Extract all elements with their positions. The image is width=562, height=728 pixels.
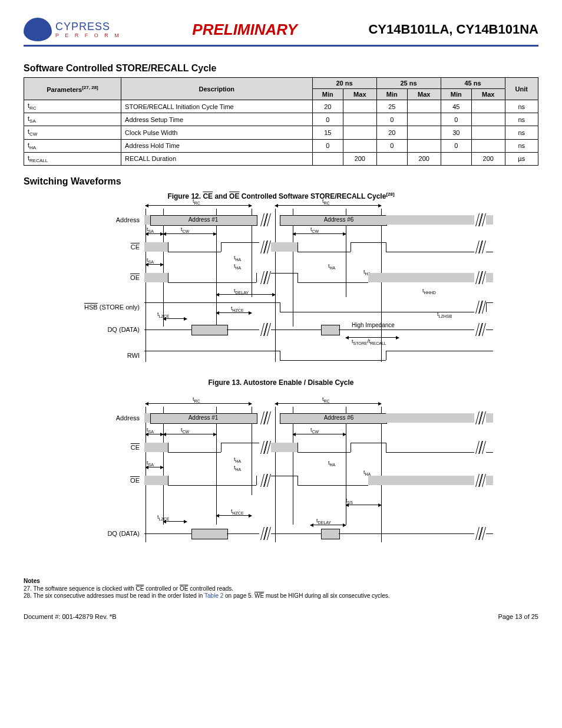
logo-name: CYPRESS	[55, 21, 121, 32]
sig-oe: OE	[69, 477, 144, 484]
label-trc: tRC	[322, 198, 330, 205]
th-description: Description	[121, 78, 313, 100]
notes: Notes 27. The software sequence is clock…	[24, 578, 538, 599]
label-trc: tRC	[322, 396, 330, 403]
page-header: CYPRESS P E R F O R M PRELIMINARY CY14B1…	[24, 18, 538, 47]
doc-number: Document #: 001-42879 Rev. *B	[24, 613, 117, 620]
sig-oe: OE	[69, 274, 144, 281]
th-20ns: 20 ns	[312, 78, 376, 89]
figure13: tRC tRC Address Address #1 Address #6 tS…	[69, 401, 493, 554]
th-max: Max	[408, 89, 441, 100]
label-tcw: tCW	[181, 226, 189, 233]
parameters-table: Parameters[27, 28] Description 20 ns 25 …	[24, 77, 538, 166]
sig-dq: DQ (DATA)	[69, 326, 144, 333]
notes-title: Notes	[24, 578, 538, 584]
part-numbers: CY14B101LA, CY14B101NA	[368, 22, 538, 37]
table-row: tRECALLRECALL Duration200200200µs	[24, 152, 538, 165]
label-trc: tRC	[193, 396, 200, 403]
figure12-caption: Figure 12. CE and OE Controlled Software…	[24, 192, 538, 200]
sig-rwi: RWI	[69, 352, 144, 359]
label-thzce: tHZCE	[231, 508, 244, 515]
addr6: Address #6	[303, 215, 374, 225]
link-table2[interactable]: Table 2	[204, 592, 223, 599]
label-tha: tHA	[234, 255, 241, 262]
label-tcw: tCW	[310, 427, 319, 434]
th-min: Min	[312, 89, 343, 100]
addr6: Address #6	[303, 413, 374, 423]
th-min: Min	[441, 89, 471, 100]
sig-hsb: HSB (STORE only)	[69, 304, 144, 311]
label-tcw: tCW	[181, 427, 189, 434]
dim-trc	[275, 205, 381, 206]
table-row: tSAAddress Setup Time000ns	[24, 113, 538, 126]
table-row: tHAAddress Hold Time000ns	[24, 139, 538, 152]
th-parameters: Parameters[27, 28]	[24, 78, 121, 100]
dim-trc	[146, 205, 252, 206]
logo-icon	[24, 18, 52, 41]
label-tstore-recall: tSTORE/tRECALL	[352, 338, 386, 345]
th-unit: Unit	[505, 78, 538, 100]
logo: CYPRESS P E R F O R M	[24, 18, 121, 41]
table-row: tCWClock Pulse Width152030ns	[24, 126, 538, 139]
sig-address: Address	[69, 216, 144, 223]
sig-dq: DQ (DATA)	[69, 530, 144, 537]
label-thhhd: tHHHD	[422, 288, 436, 295]
figure13-caption: Figure 13. Autostore Enable / Disable Cy…	[24, 378, 538, 387]
figure12: tRC tRC Address Address #1 Address #6 tS…	[69, 203, 493, 368]
th-25ns: 25 ns	[376, 78, 441, 89]
label-tha: tHA	[234, 465, 241, 472]
section1-title: Software Controlled STORE/RECALL Cycle	[24, 63, 538, 74]
th-max: Max	[472, 89, 505, 100]
label-tdelay: tDELAY	[316, 518, 331, 525]
page-number: Page 13 of 25	[498, 613, 538, 620]
label-tha: tHA	[328, 460, 335, 467]
addr1: Address #1	[168, 413, 239, 423]
label-hi-imp: High Impedance	[352, 322, 395, 328]
label-trc: tRC	[193, 198, 200, 205]
table-row: tRCSTORE/RECALL Initiation Cycle Time202…	[24, 100, 538, 113]
logo-tagline: P E R F O R M	[55, 33, 121, 38]
sig-ce: CE	[69, 243, 144, 251]
th-min: Min	[376, 89, 407, 100]
label-tlzhsb: tLZHSB	[437, 311, 452, 318]
th-45ns: 45 ns	[441, 78, 505, 89]
preliminary-label: PRELIMINARY	[192, 21, 297, 39]
sig-ce: CE	[69, 444, 144, 451]
note-27: 27. The software sequence is clocked wit…	[24, 585, 538, 592]
label-tcw: tCW	[310, 226, 319, 233]
label-tsa: tSA	[147, 226, 154, 233]
label-thzce: tHZCE	[231, 305, 244, 312]
sig-address: Address	[69, 414, 144, 421]
note-28: 28. The six consecutive addresses must b…	[24, 592, 538, 599]
page-footer: Document #: 001-42879 Rev. *B Page 13 of…	[24, 613, 538, 620]
addr1: Address #1	[168, 215, 239, 225]
section2-title: Switching Waveforms	[24, 176, 538, 187]
label-tdelay: tDELAY	[234, 288, 249, 295]
th-max: Max	[343, 89, 377, 100]
label-tha: tHA	[234, 456, 241, 463]
